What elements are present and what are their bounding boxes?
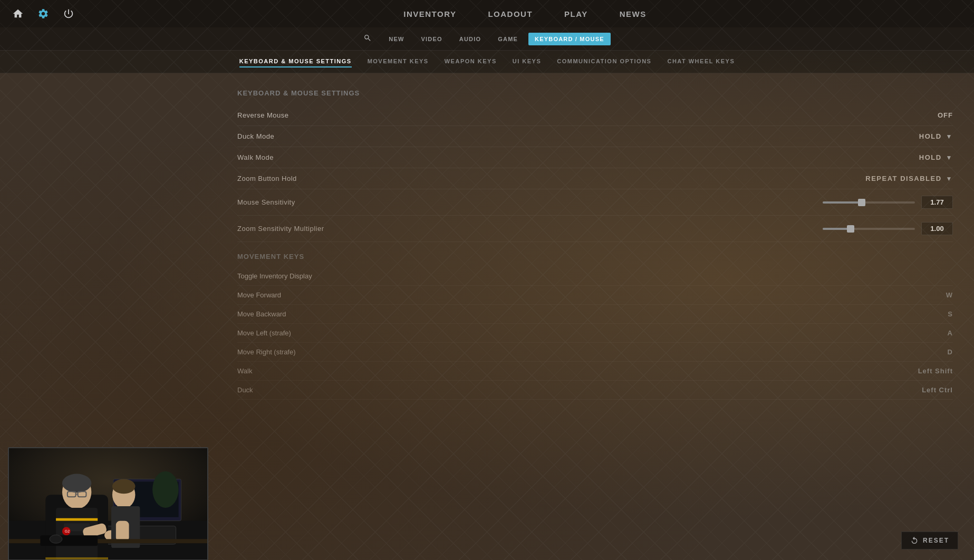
duck-mode-row: Duck Mode HOLD ▼ — [237, 126, 953, 147]
zoom-sensitivity-slider-container: 1.00 — [823, 222, 953, 235]
zoom-sensitivity-label: Zoom Sensitivity Multiplier — [237, 225, 324, 233]
nav-keyboard-mouse[interactable]: KEYBOARD / MOUSE — [528, 33, 611, 45]
mouse-sensitivity-row: Mouse Sensitivity 1.77 — [237, 189, 953, 216]
zoom-sensitivity-track[interactable] — [823, 228, 915, 230]
mouse-sensitivity-track[interactable] — [823, 201, 915, 204]
svg-rect-24 — [9, 539, 207, 543]
nav-audio[interactable]: AUDIO — [453, 33, 487, 45]
duck-mode-dropdown[interactable]: HOLD ▼ — [919, 132, 953, 140]
zoom-button-hold-chevron-icon: ▼ — [946, 175, 953, 182]
reverse-mouse-row: Reverse Mouse OFF — [237, 105, 953, 126]
zoom-sensitivity-row: Zoom Sensitivity Multiplier 1.00 — [237, 216, 953, 242]
second-nav-items: NEW VIDEO AUDIO GAME KEYBOARD / MOUSE — [382, 33, 610, 45]
nav-new[interactable]: NEW — [382, 33, 410, 45]
duck-mode-chevron-icon: ▼ — [946, 133, 953, 140]
top-bar-icons — [11, 6, 76, 21]
mouse-sensitivity-slider-container: 1.77 — [823, 196, 953, 209]
svg-point-9 — [62, 474, 91, 493]
move-right-row: Move Right (strafe) D — [237, 343, 953, 362]
left-panel: G2 — [0, 73, 216, 560]
walk-mode-value: HOLD — [919, 153, 942, 161]
keyboard-mouse-section-title: Keyboard & Mouse Settings — [237, 89, 953, 97]
zoom-button-hold-row: Zoom Button Hold REPEAT DISABLED ▼ — [237, 168, 953, 189]
nav-loadout[interactable]: LOADOUT — [488, 7, 533, 21]
zoom-button-hold-value: REPEAT DISABLED — [865, 175, 941, 182]
move-backward-label: Move Backward — [237, 310, 286, 318]
walk-label: Walk — [237, 367, 252, 375]
home-icon[interactable] — [11, 6, 25, 21]
sub-nav: KEYBOARD & MOUSE SETTINGS MOVEMENT KEYS … — [0, 51, 974, 73]
nav-news[interactable]: NEWS — [620, 7, 647, 21]
move-left-key[interactable]: A — [948, 329, 953, 337]
mouse-sensitivity-label: Mouse Sensitivity — [237, 198, 295, 206]
search-icon[interactable] — [363, 34, 372, 44]
zoom-button-hold-dropdown[interactable]: REPEAT DISABLED ▼ — [865, 175, 953, 182]
subnav-ui-keys[interactable]: UI KEYS — [513, 56, 542, 67]
zoom-button-hold-label: Zoom Button Hold — [237, 175, 297, 182]
mouse-sensitivity-value[interactable]: 1.77 — [921, 196, 953, 209]
settings-panel: Keyboard & Mouse Settings Reverse Mouse … — [216, 73, 974, 560]
duck-mode-value: HOLD — [919, 132, 942, 140]
walk-mode-row: Walk Mode HOLD ▼ — [237, 147, 953, 168]
nav-inventory[interactable]: INVENTORY — [403, 7, 456, 21]
mouse-sensitivity-fill — [823, 201, 862, 204]
move-left-row: Move Left (strafe) A — [237, 324, 953, 343]
svg-point-6 — [152, 471, 178, 508]
move-backward-key[interactable]: S — [948, 310, 953, 318]
reverse-mouse-value[interactable]: OFF — [938, 111, 953, 119]
svg-rect-25 — [40, 535, 98, 546]
duck-mode-label: Duck Mode — [237, 132, 274, 140]
reset-icon — [910, 536, 919, 545]
subnav-keyboard-mouse-settings[interactable]: KEYBOARD & MOUSE SETTINGS — [239, 56, 352, 67]
move-forward-key[interactable]: W — [946, 291, 953, 299]
walk-mode-label: Walk Mode — [237, 153, 274, 161]
duck-label: Duck — [237, 386, 253, 394]
nav-video[interactable]: VIDEO — [415, 33, 449, 45]
walk-mode-dropdown[interactable]: HOLD ▼ — [919, 153, 953, 161]
duck-row: Duck Left Ctrl — [237, 381, 953, 400]
nav-play[interactable]: PLAY — [564, 7, 588, 21]
reset-button[interactable]: RESET — [901, 532, 958, 549]
move-forward-row: Move Forward W — [237, 286, 953, 305]
subnav-communication-options[interactable]: COMMUNICATION OPTIONS — [557, 56, 651, 67]
move-forward-label: Move Forward — [237, 291, 281, 299]
walk-mode-chevron-icon: ▼ — [946, 154, 953, 161]
subnav-weapon-keys[interactable]: WEAPON KEYS — [445, 56, 497, 67]
zoom-sensitivity-thumb[interactable] — [847, 225, 854, 233]
move-left-label: Move Left (strafe) — [237, 329, 291, 337]
move-backward-row: Move Backward S — [237, 305, 953, 324]
svg-point-26 — [50, 535, 62, 543]
svg-rect-27 — [45, 557, 108, 560]
movement-keys-title: Movement Keys — [237, 253, 953, 260]
gear-icon[interactable] — [36, 6, 51, 21]
second-nav: NEW VIDEO AUDIO GAME KEYBOARD / MOUSE — [0, 27, 974, 51]
zoom-sensitivity-fill — [823, 228, 851, 230]
top-bar: INVENTORY LOADOUT PLAY NEWS — [0, 0, 974, 27]
toggle-inventory-row: Toggle Inventory Display — [237, 267, 953, 286]
mouse-sensitivity-thumb[interactable] — [858, 199, 865, 206]
zoom-sensitivity-value[interactable]: 1.00 — [921, 222, 953, 235]
move-right-label: Move Right (strafe) — [237, 348, 296, 356]
reverse-mouse-label: Reverse Mouse — [237, 111, 289, 119]
svg-point-19 — [112, 479, 136, 494]
subnav-chat-wheel-keys[interactable]: CHAT WHEEL KEYS — [667, 56, 735, 67]
toggle-inventory-label: Toggle Inventory Display — [237, 272, 312, 280]
move-right-key[interactable]: D — [948, 348, 953, 356]
main-nav: INVENTORY LOADOUT PLAY NEWS — [86, 7, 963, 21]
stream-image: G2 — [8, 447, 208, 560]
walk-row: Walk Left Shift — [237, 362, 953, 381]
main-content: G2 Keyboard & Mouse Settings Reverse Mou… — [0, 73, 974, 560]
nav-game[interactable]: GAME — [491, 33, 524, 45]
svg-rect-14 — [56, 518, 98, 521]
reset-button-label: RESET — [923, 537, 949, 544]
svg-text:G2: G2 — [65, 529, 70, 533]
svg-rect-21 — [116, 521, 129, 542]
walk-key[interactable]: Left Shift — [918, 367, 953, 375]
duck-key[interactable]: Left Ctrl — [922, 386, 953, 394]
power-icon[interactable] — [61, 6, 76, 21]
subnav-movement-keys[interactable]: MOVEMENT KEYS — [368, 56, 429, 67]
